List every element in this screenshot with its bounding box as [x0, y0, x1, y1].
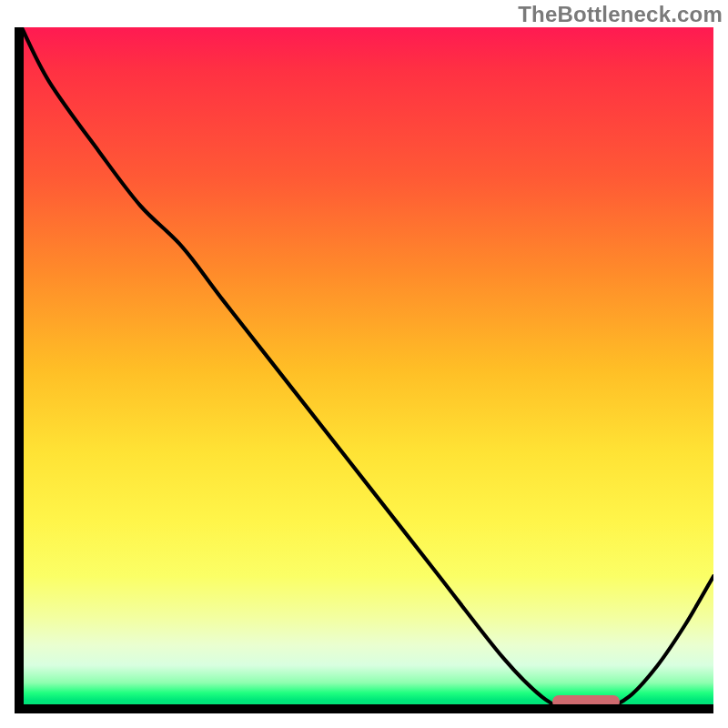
- bottleneck-curve: [15, 27, 713, 713]
- watermark-text: TheBottleneck.com: [518, 2, 723, 27]
- chart-container: TheBottleneck.com: [0, 0, 728, 728]
- optimal-range-marker: [552, 695, 620, 708]
